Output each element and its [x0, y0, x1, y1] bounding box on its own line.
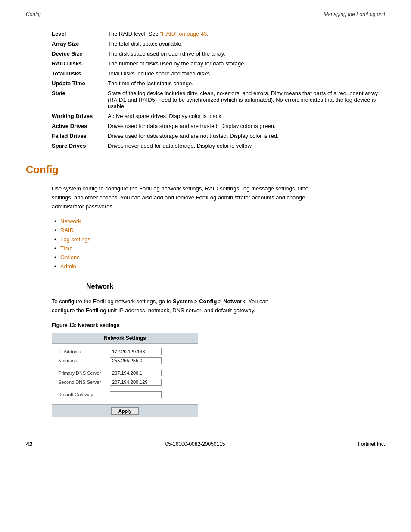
- term-cell: Active Drives: [52, 121, 108, 131]
- definition-cell: The RAID level. See "RAID" on page 43.: [108, 29, 385, 39]
- term-cell: Working Drives: [52, 111, 108, 121]
- header-left: Config: [26, 11, 41, 17]
- table-row: Array SizeThe total disk space available…: [52, 39, 385, 49]
- network-form-row: IP Address: [58, 348, 192, 355]
- footer-page-number: 42: [26, 441, 33, 448]
- definition-cell: Drives used for data storage and are not…: [108, 131, 385, 141]
- definition-cell: Drives used for data storage and are tru…: [108, 121, 385, 131]
- properties-table: LevelThe RAID level. See "RAID" on page …: [52, 29, 385, 151]
- table-row: RAID DisksThe number of disks used by th…: [52, 59, 385, 68]
- form-input[interactable]: [110, 348, 162, 355]
- network-intro: To configure the FortiLog network settin…: [52, 297, 293, 315]
- list-item: Options: [60, 254, 385, 261]
- definition-cell: Drives never used for data storage. Disp…: [108, 141, 385, 151]
- footer-document-id: 05-16000-0082-20050115: [165, 441, 225, 447]
- term-cell: RAID Disks: [52, 59, 108, 68]
- table-row: Device SizeThe disk space used on each d…: [52, 49, 385, 59]
- definition-cell: The time of the last status change.: [108, 78, 385, 88]
- bullet-link[interactable]: Options: [60, 254, 80, 261]
- table-row: Failed DrivesDrives used for data storag…: [52, 131, 385, 141]
- figure-footer: Apply: [52, 404, 198, 417]
- figure-caption: Figure 13: Network settings: [52, 322, 385, 328]
- header-right: Managing the FortiLog unit: [324, 11, 385, 17]
- form-input[interactable]: [110, 379, 162, 386]
- form-label: IP Address: [58, 349, 110, 354]
- bullet-link[interactable]: Admin: [60, 263, 76, 270]
- apply-button[interactable]: Apply: [111, 407, 139, 415]
- form-input[interactable]: [110, 357, 162, 364]
- form-label: Second DNS Server: [58, 380, 110, 385]
- bullet-list: NetworkRAIDLog settingsTimeOptionsAdmin: [52, 218, 385, 270]
- list-item: Time: [60, 245, 385, 252]
- list-item: RAID: [60, 227, 385, 233]
- list-item: Admin: [60, 263, 385, 270]
- network-form-row: Default Gateway: [58, 391, 192, 398]
- figure-title: Network Settings: [52, 333, 198, 344]
- definition-cell: The number of disks used by the array fo…: [108, 59, 385, 68]
- bullet-link[interactable]: RAID: [60, 227, 74, 233]
- bullet-link[interactable]: Log settings: [60, 236, 90, 243]
- form-label: Primary DNS Server: [58, 370, 110, 376]
- network-heading: Network: [86, 283, 385, 290]
- form-input[interactable]: [110, 391, 162, 398]
- bullet-link[interactable]: Network: [60, 218, 81, 224]
- config-intro: Use system config to configure the Forti…: [52, 184, 319, 211]
- term-cell: Failed Drives: [52, 131, 108, 141]
- table-row: Update TimeThe time of the last status c…: [52, 78, 385, 88]
- network-form-row: Netmask: [58, 357, 192, 364]
- definition-cell: Active and spare drives. Display color i…: [108, 111, 385, 121]
- figure-body: IP AddressNetmaskPrimary DNS ServerSecon…: [52, 344, 198, 404]
- page-footer: 42 05-16000-0082-20050115 Fortinet Inc.: [26, 437, 385, 448]
- term-cell: Update Time: [52, 78, 108, 88]
- term-cell: Level: [52, 29, 108, 39]
- form-input[interactable]: [110, 370, 162, 376]
- definition-link[interactable]: "RAID" on page 43: [160, 31, 207, 37]
- table-row: Working DrivesActive and spare drives. D…: [52, 111, 385, 121]
- definition-cell: Total Disks include spare and failed dis…: [108, 68, 385, 78]
- network-form-row: Primary DNS Server: [58, 370, 192, 376]
- list-item: Log settings: [60, 236, 385, 243]
- definition-cell: The disk space used on each drive of the…: [108, 49, 385, 59]
- table-row: StateState of the log device includes di…: [52, 88, 385, 111]
- term-cell: State: [52, 88, 108, 111]
- term-cell: Spare Drives: [52, 141, 108, 151]
- term-cell: Device Size: [52, 49, 108, 59]
- config-section-heading: Config: [26, 164, 385, 176]
- page-header: Config Managing the FortiLog unit: [26, 9, 385, 20]
- table-row: LevelThe RAID level. See "RAID" on page …: [52, 29, 385, 39]
- bullet-link[interactable]: Time: [60, 245, 72, 252]
- table-row: Spare DrivesDrives never used for data s…: [52, 141, 385, 151]
- footer-company: Fortinet Inc.: [358, 441, 385, 447]
- table-row: Total DisksTotal Disks include spare and…: [52, 68, 385, 78]
- table-row: Active DrivesDrives used for data storag…: [52, 121, 385, 131]
- main-content: Use system config to configure the Forti…: [52, 184, 385, 417]
- definition-cell: State of the log device includes dirty, …: [108, 88, 385, 111]
- term-cell: Total Disks: [52, 68, 108, 78]
- form-label: Netmask: [58, 358, 110, 363]
- definition-cell: The total disk space available.: [108, 39, 385, 49]
- network-settings-figure: Network Settings IP AddressNetmaskPrimar…: [52, 333, 198, 417]
- network-form-row: Second DNS Server: [58, 379, 192, 386]
- form-label: Default Gateway: [58, 392, 110, 397]
- term-cell: Array Size: [52, 39, 108, 49]
- list-item: Network: [60, 218, 385, 224]
